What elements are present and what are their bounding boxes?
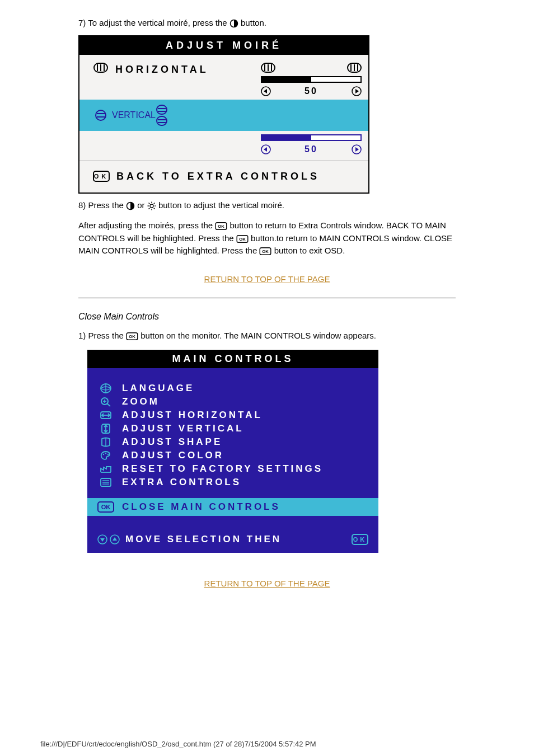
factory-icon [97,463,114,475]
horizontal-value: 50 [305,86,318,96]
menu-item-adjust-vertical[interactable]: ADJUST VERTICAL [97,422,368,435]
hint-bar: MOVE SELECTION THEN OK [87,528,378,553]
moire-v-icon [156,104,168,115]
moire-h-icon [261,63,275,73]
svg-rect-23 [157,116,167,125]
vertical-slider[interactable] [261,134,362,141]
close-main-controls[interactable]: OK CLOSE MAIN CONTROLS [87,498,378,516]
horizontal-row: HORIZONTAL 50 [79,55,368,100]
osd2-menu: LANGUAGE ZOOM ADJUST HORIZONTAL ADJUST V… [87,368,378,494]
ok-icon: OK [352,534,368,545]
svg-marker-27 [264,147,267,152]
return-top-link-2[interactable]: RETURN TO TOP OF THE PAGE [78,579,456,589]
moire-v-icon [95,109,107,121]
menu-item-adjust-color[interactable]: ADJUST COLOR [97,449,368,462]
ok-icon: OK [93,171,110,182]
svg-marker-14 [264,89,267,93]
right-arrow-icon[interactable] [352,144,362,154]
step-8: 8) Press the or button to adjust the ver… [78,199,456,212]
shape-icon [97,436,114,448]
horizontal-slider[interactable] [261,76,362,83]
svg-text:OK: OK [218,224,225,229]
step-text: button. [241,18,266,27]
svg-point-62 [107,454,109,455]
svg-text:OK: OK [239,236,246,241]
svg-point-60 [103,454,104,455]
h-arrow-icon [97,410,114,421]
menu-item-language[interactable]: LANGUAGE [97,382,368,395]
menu-label: EXTRA CONTROLS [122,477,241,488]
contrast-icon [126,201,135,210]
svg-marker-16 [355,89,359,93]
contrast-icon [229,19,238,28]
return-top-link[interactable]: RETURN TO TOP OF THE PAGE [78,274,456,284]
menu-label: ADJUST HORIZONTAL [122,410,263,421]
vertical-label: VERTICAL [112,110,156,120]
v-arrow-icon [97,423,114,434]
left-arrow-icon[interactable] [261,86,271,96]
hint-label: MOVE SELECTION THEN [125,534,282,545]
brightness-icon [147,201,156,210]
page-footer: file:///D|/EDFU/crt/edoc/english/OSD_2/o… [0,740,534,748]
footer-path: file:///D|/EDFU/crt/edoc/english/OSD_2/o… [40,740,316,748]
back-label: BACK TO EXTRA CONTROLS [116,171,320,182]
step-7: 7) To adjust the vertical moiré, press t… [78,17,456,30]
vertical-value: 50 [305,144,318,154]
palette-icon [97,450,114,461]
osd-adjust-moire: ADJUST MOIRÉ HORIZONTAL [78,35,369,194]
osd2-title: MAIN CONTROLS [87,350,378,368]
after-text: After adjusting the moirés, press the OK… [78,219,456,257]
menu-label: RESET TO FACTORY SETTINGS [122,463,323,475]
menu-label: ADJUST COLOR [122,450,224,461]
close-label: CLOSE MAIN CONTROLS [122,501,280,513]
ok-icon: OK [236,235,249,243]
vertical-subrow: 50 [79,131,368,160]
menu-item-extra[interactable]: EXTRA CONTROLS [97,476,368,489]
osd-main-controls: MAIN CONTROLS LANGUAGE ZOOM ADJUST HORIZ… [87,350,378,553]
svg-text:OK: OK [101,504,111,510]
step-text: 8) Press the [78,200,124,210]
svg-line-40 [148,208,149,209]
zoom-icon [97,396,114,407]
svg-text:OK: OK [129,334,135,339]
down-arrow-icon [97,534,107,544]
right-arrow-icon[interactable] [352,86,362,96]
svg-rect-20 [157,105,167,114]
menu-item-adjust-horizontal[interactable]: ADJUST HORIZONTAL [97,408,368,422]
back-row[interactable]: OK BACK TO EXTRA CONTROLS [79,160,368,192]
svg-text:OK: OK [263,249,269,254]
step-text: 7) To adjust the vertical moiré, press t… [78,18,227,27]
ok-icon: OK [215,222,227,230]
menu-item-zoom[interactable]: ZOOM [97,395,368,408]
menu-label: LANGUAGE [122,383,194,394]
return-top-anchor[interactable]: RETURN TO TOP OF THE PAGE [204,579,330,588]
horizontal-label: HORIZONTAL [112,63,261,76]
svg-point-33 [150,204,153,208]
step-text: button to adjust the vertical moiré. [158,200,284,210]
list-icon [97,477,114,488]
moire-v-icon [156,115,168,126]
svg-marker-29 [355,147,359,152]
menu-item-reset[interactable]: RESET TO FACTORY SETTINGS [97,462,368,476]
svg-marker-73 [113,537,117,541]
menu-item-adjust-shape[interactable]: ADJUST SHAPE [97,435,368,449]
svg-text:OK: OK [94,173,109,180]
ok-icon: OK [126,332,138,340]
section2-step1: 1) Press the OK button on the monitor. T… [78,330,456,342]
svg-line-38 [148,203,149,204]
svg-line-52 [107,403,110,406]
return-top-anchor[interactable]: RETURN TO TOP OF THE PAGE [204,274,330,284]
menu-label: ADJUST SHAPE [122,436,222,448]
left-arrow-icon[interactable] [261,144,271,154]
up-arrow-icon [110,534,120,544]
menu-label: ADJUST VERTICAL [122,423,244,434]
moire-h-icon [347,63,362,73]
vertical-row[interactable]: VERTICAL [79,100,368,131]
svg-point-61 [105,453,106,454]
svg-line-39 [153,208,154,209]
separator [78,298,456,298]
ok-icon: OK [97,501,114,513]
svg-rect-17 [96,110,106,120]
svg-text:OK: OK [353,536,367,543]
svg-line-41 [153,203,154,204]
